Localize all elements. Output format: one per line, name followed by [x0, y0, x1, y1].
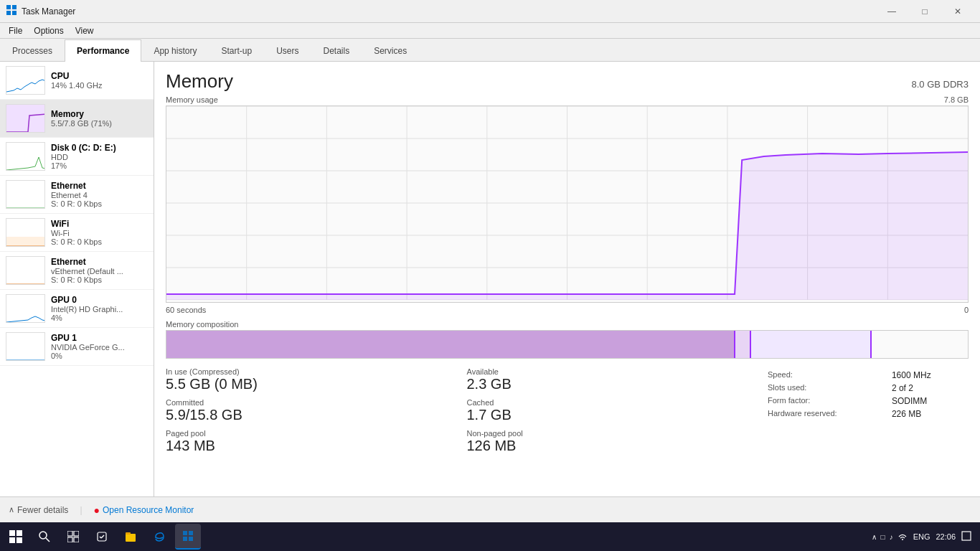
title-bar-left: Task Manager	[6, 4, 75, 18]
menu-file[interactable]: File	[3, 24, 28, 37]
spec-slots-value: 2 of 2	[892, 383, 969, 393]
svg-rect-12	[6, 295, 45, 323]
sidebar-item-ethernet[interactable]: Ethernet Ethernet 4 S: 0 R: 0 Kbps	[0, 176, 154, 214]
composition-section: Memory composition	[166, 320, 969, 359]
wifi-icon[interactable]	[897, 531, 908, 542]
composition-bar	[166, 330, 969, 359]
svg-rect-50	[183, 537, 187, 541]
time-display: 22:06	[936, 532, 956, 541]
volume-icon[interactable]: ♪	[890, 533, 893, 541]
task-manager-taskbar-button[interactable]	[175, 524, 201, 550]
sidebar-item-memory[interactable]: Memory 5.5/7.8 GB (71%)	[0, 100, 154, 138]
svg-rect-47	[126, 532, 131, 534]
maximize-button[interactable]: □	[908, 0, 941, 23]
disk-usage: 17%	[51, 161, 148, 170]
svg-line-43	[100, 537, 101, 538]
svg-rect-38	[67, 531, 72, 536]
gpu1-label: GPU 1	[51, 333, 148, 343]
memory-usage: 5.5/7.8 GB (71%)	[51, 119, 148, 128]
chart-max-label: 7.8 GB	[944, 95, 969, 104]
close-button[interactable]: ✕	[941, 0, 974, 23]
stats-grid: In use (Compressed) 5.5 GB (0 MB) Availa…	[166, 367, 768, 454]
chart-label-bottom: 60 seconds 0	[166, 306, 969, 314]
disk-info: Disk 0 (C: D: E:) HDD 17%	[51, 143, 148, 170]
fewer-details-button[interactable]: ∧ Fewer details	[9, 505, 68, 515]
composition-in-use	[166, 331, 735, 358]
sidebar-item-gpu1[interactable]: GPU 1 NVIDIA GeForce G... 0%	[0, 328, 154, 366]
tab-details[interactable]: Details	[311, 39, 362, 62]
wifi-label: WiFi	[51, 219, 148, 229]
menu-view[interactable]: View	[70, 24, 100, 37]
ethernet2-speed: S: 0 R: 0 Kbps	[51, 276, 148, 284]
panel-title: Memory	[166, 70, 233, 93]
chart-label-top: Memory usage 7.8 GB	[166, 95, 969, 104]
svg-rect-13	[6, 333, 45, 361]
minimize-button[interactable]: —	[875, 0, 908, 23]
memory-panel: Memory 8.0 GB DDR3 Memory usage 7.8 GB	[154, 62, 980, 496]
memory-label: Memory	[51, 109, 148, 119]
tray-expand-icon[interactable]: ∧	[872, 533, 877, 541]
security-taskbar-button[interactable]	[89, 524, 115, 550]
file-explorer-button[interactable]	[118, 524, 143, 550]
ethernet2-thumb	[6, 256, 45, 285]
search-taskbar-button[interactable]	[32, 524, 57, 550]
svg-rect-39	[74, 531, 79, 536]
tab-users[interactable]: Users	[264, 39, 311, 62]
edge-browser-button[interactable]	[146, 524, 172, 550]
app-icon	[6, 4, 17, 18]
task-view-button[interactable]	[60, 524, 86, 550]
memory-info: Memory 5.5/7.8 GB (71%)	[51, 109, 148, 128]
ethernet-name: Ethernet 4	[51, 191, 148, 199]
language-indicator[interactable]: ENG	[913, 532, 930, 541]
stats-left: In use (Compressed) 5.5 GB (0 MB) Availa…	[166, 367, 768, 454]
sidebar-item-ethernet2[interactable]: Ethernet vEthernet (Default ... S: 0 R: …	[0, 252, 154, 290]
svg-rect-34	[9, 537, 15, 543]
notification-button[interactable]	[961, 531, 971, 542]
stat-available: Available 2.3 GB	[467, 367, 768, 392]
cpu-thumb	[6, 66, 45, 95]
svg-point-36	[39, 532, 47, 539]
clock[interactable]: 22:06	[936, 532, 956, 541]
sidebar-item-wifi[interactable]: WiFi Wi-Fi S: 0 R: 0 Kbps	[0, 214, 154, 252]
composition-modified	[735, 331, 751, 358]
spec-form-label: Form factor:	[768, 396, 875, 406]
open-resource-monitor-link[interactable]: ● Open Resource Monitor	[94, 504, 194, 516]
taskbar-right: ∧ □ ♪ ENG 22:06	[872, 531, 977, 542]
menu-options[interactable]: Options	[28, 24, 69, 37]
fewer-details-label: Fewer details	[17, 505, 68, 515]
tab-performance[interactable]: Performance	[65, 39, 141, 62]
stat-cached: Cached 1.7 GB	[467, 398, 768, 423]
stat-committed: Committed 5.9/15.8 GB	[166, 398, 467, 423]
sidebar-item-disk[interactable]: Disk 0 (C: D: E:) HDD 17%	[0, 138, 154, 176]
spec-speed-value: 1600 MHz	[892, 370, 969, 380]
window-controls: — □ ✕	[875, 0, 974, 23]
open-resource-monitor-label: Open Resource Monitor	[103, 505, 194, 515]
svg-line-37	[46, 538, 50, 542]
cpu-usage: 14% 1.40 GHz	[51, 81, 148, 90]
tab-startup[interactable]: Start-up	[209, 39, 264, 62]
gpu1-name: NVIDIA GeForce G...	[51, 343, 148, 352]
gpu0-name: Intel(R) HD Graphi...	[51, 305, 148, 314]
sidebar-item-cpu[interactable]: CPU 14% 1.40 GHz	[0, 62, 154, 100]
start-button[interactable]	[3, 524, 29, 550]
network-icon[interactable]: □	[881, 533, 885, 541]
spec-hw-value: 226 MB	[892, 409, 969, 419]
gpu1-thumb	[6, 332, 45, 361]
separator: |	[80, 505, 82, 515]
stat-paged-pool: Paged pool 143 MB	[166, 429, 467, 454]
svg-rect-8	[6, 181, 45, 209]
disk-type: HDD	[51, 153, 148, 161]
tab-processes[interactable]: Processes	[0, 39, 65, 62]
tab-app-history[interactable]: App history	[141, 39, 209, 62]
ethernet-info: Ethernet Ethernet 4 S: 0 R: 0 Kbps	[51, 181, 148, 208]
tab-services[interactable]: Services	[362, 39, 419, 62]
memory-thumb	[6, 104, 45, 133]
menu-bar: File Options View	[0, 23, 980, 39]
memory-chart	[166, 105, 969, 303]
app-window: Task Manager — □ ✕ File Options View Pro…	[0, 0, 980, 522]
svg-rect-1	[12, 5, 17, 9]
svg-rect-3	[12, 11, 17, 15]
svg-rect-48	[183, 531, 187, 535]
sidebar-item-gpu0[interactable]: GPU 0 Intel(R) HD Graphi... 4%	[0, 290, 154, 328]
disk-label: Disk 0 (C: D: E:)	[51, 143, 148, 153]
